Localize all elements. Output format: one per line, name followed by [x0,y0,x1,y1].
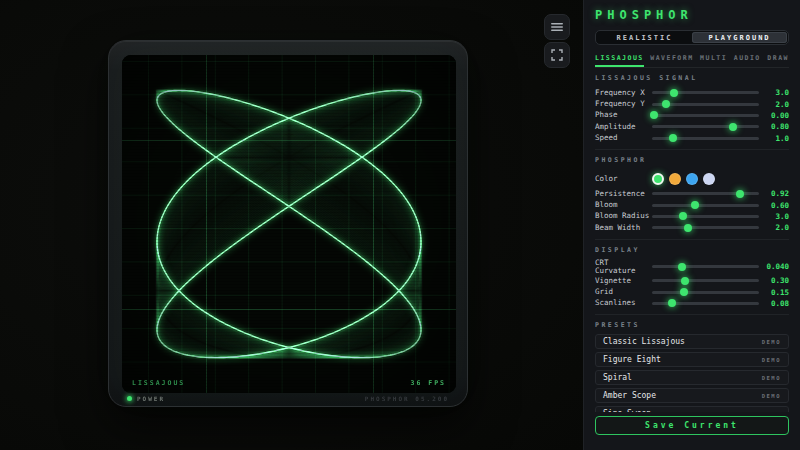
section-title: LISSAJOUS SIGNAL [595,68,789,87]
slider-value: 0.92 [759,189,789,198]
section-display: DISPLAY CRT Curvature 0.040 Vignette 0.3… [595,239,789,310]
section-title: DISPLAY [595,240,789,259]
slider-label: Bloom Radius [595,212,652,220]
slider-row: Grid 0.15 [595,286,789,297]
mode-segment[interactable]: PLAYGROUND [692,32,787,43]
slider-value: 2.0 [759,100,789,109]
color-label: Color [595,174,652,183]
slider-track[interactable] [652,265,759,268]
slider-thumb[interactable] [736,190,744,198]
app-title: PHOSPHOR [595,8,789,22]
save-current-button[interactable]: Save Current [595,416,789,435]
control-panel: PHOSPHOR REALISTICPLAYGROUND LISSAJOUSWA… [583,0,800,450]
section-title: PHOSPHOR [595,150,789,169]
tab-item[interactable]: AUDIO [734,54,761,67]
slider-row: Amplitude 0.80 [595,121,789,132]
color-swatch[interactable] [703,173,715,185]
oscilloscope-bezel: LISSAJOUS 36 FPS POWER PHOSPHOR 05.200 [108,40,468,407]
stage: LISSAJOUS 36 FPS POWER PHOSPHOR 05.200 [0,0,583,450]
slider-track[interactable] [652,302,759,305]
slider-track[interactable] [652,226,759,229]
color-swatch[interactable] [652,173,664,185]
slider-value: 0.60 [759,201,789,210]
tab-item[interactable]: DRAW [767,54,789,67]
tab-bar: LISSAJOUSWAVEFORMMULTIAUDIODRAW [595,54,789,68]
slider-thumb[interactable] [691,201,699,209]
preset-item[interactable]: Spiral DEMO [595,370,789,385]
preset-item[interactable]: Figure Eight DEMO [595,352,789,367]
slider-label: Amplitude [595,123,652,131]
slider-thumb[interactable] [678,263,686,271]
slider-track[interactable] [652,215,759,218]
slider-thumb[interactable] [729,123,737,131]
slider-track[interactable] [652,91,759,94]
preset-demo-badge: DEMO [762,411,781,413]
oscilloscope-screen: LISSAJOUS 36 FPS [122,55,456,393]
slider-label: Grid [595,288,652,296]
slider-track[interactable] [652,103,759,106]
section-phosphor: PHOSPHOR Color Persistence 0.92 Bloom 0.… [595,149,789,234]
slider-thumb[interactable] [684,224,692,232]
slider-track[interactable] [652,204,759,207]
menu-button[interactable] [544,14,570,40]
slider-label: Frequency X [595,89,652,97]
preset-name: Spiral [603,373,632,382]
power-label: POWER [137,395,165,402]
slider-thumb[interactable] [680,288,688,296]
slider-row: Frequency X 3.0 [595,87,789,98]
color-swatch[interactable] [686,173,698,185]
slider-label: Vignette [595,277,652,285]
mode-segment[interactable]: REALISTIC [597,32,692,43]
preset-demo-badge: DEMO [762,393,781,399]
color-row: Color [595,171,789,187]
slider-row: Scanlines 0.08 [595,298,789,309]
slider-track[interactable] [652,114,759,117]
color-swatches [652,173,715,185]
tab-item[interactable]: LISSAJOUS [595,54,644,67]
slider-label: Phase [595,111,652,119]
slider-track[interactable] [652,192,759,195]
slider-value: 3.0 [759,212,789,221]
fullscreen-button[interactable] [544,42,570,68]
preset-item[interactable]: Amber Scope DEMO [595,388,789,403]
preset-name: Classic Lissajous [603,337,685,346]
slider-track[interactable] [652,125,759,128]
slider-track[interactable] [652,279,759,282]
fps-counter: 36 FPS [411,379,446,387]
slider-thumb[interactable] [669,134,677,142]
slider-label: Bloom [595,201,652,209]
slider-thumb[interactable] [679,212,687,220]
color-swatch[interactable] [669,173,681,185]
slider-thumb[interactable] [650,111,658,119]
slider-thumb[interactable] [668,299,676,307]
slider-row: Bloom 0.60 [595,199,789,210]
slider-label: CRT Curvature [595,259,652,276]
scope-canvas [122,55,456,393]
scope-mode-label: LISSAJOUS [132,379,185,387]
slider-row: Frequency Y 2.0 [595,98,789,109]
preset-name: Sine Sweep [603,409,651,412]
preset-item[interactable]: Sine Sweep DEMO [595,406,789,412]
slider-row: Persistence 0.92 [595,188,789,199]
slider-value: 0.80 [759,122,789,131]
slider-track[interactable] [652,137,759,140]
slider-value: 0.30 [759,276,789,285]
tab-item[interactable]: MULTI [700,54,727,67]
slider-value: 0.15 [759,288,789,297]
model-label: PHOSPHOR 05.200 [365,395,449,402]
slider-track[interactable] [652,291,759,294]
preset-demo-badge: DEMO [762,375,781,381]
preset-demo-badge: DEMO [762,339,781,345]
slider-thumb[interactable] [670,89,678,97]
slider-label: Beam Width [595,224,652,232]
preset-item[interactable]: Classic Lissajous DEMO [595,334,789,349]
tab-item[interactable]: WAVEFORM [650,54,693,67]
slider-value: 1.0 [759,134,789,143]
slider-row: CRT Curvature 0.040 [595,259,789,276]
section-title: PRESETS [595,315,789,334]
preset-list: Classic Lissajous DEMO Figure Eight DEMO… [595,334,789,412]
slider-thumb[interactable] [662,100,670,108]
slider-value: 3.0 [759,88,789,97]
fullscreen-icon [551,49,563,61]
slider-thumb[interactable] [681,277,689,285]
